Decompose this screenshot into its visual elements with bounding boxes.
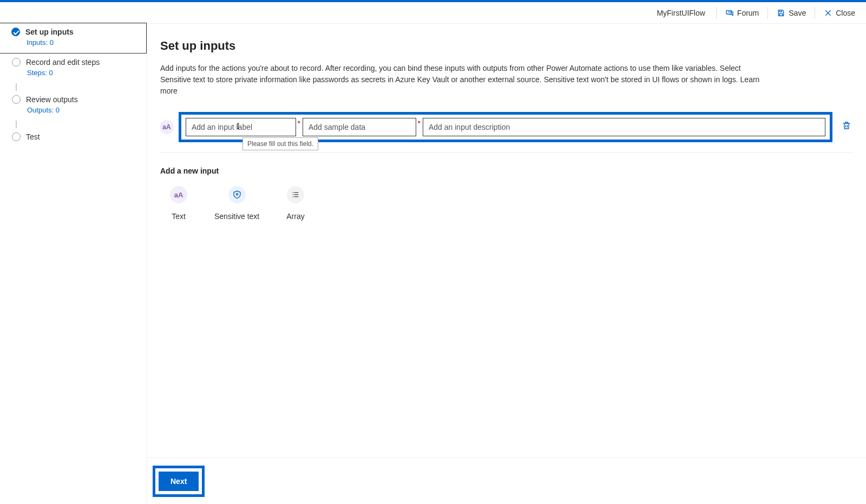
step-title-label: Record and edit steps — [26, 58, 100, 67]
separator — [815, 7, 815, 19]
list-icon — [287, 186, 304, 203]
step-record-edit[interactable]: Record and edit steps Steps: 0 — [0, 54, 147, 83]
step-sub-label: Inputs: 0 — [27, 38, 140, 47]
sample-data-field[interactable] — [303, 118, 416, 136]
input-type-sensitive[interactable]: Sensitive text — [214, 186, 259, 221]
input-type-label: Sensitive text — [214, 212, 259, 221]
svg-rect-2 — [780, 14, 783, 16]
required-asterisk: * — [418, 119, 421, 128]
shield-icon — [228, 186, 246, 203]
svg-rect-1 — [780, 10, 782, 11]
step-sub-label: Outputs: 0 — [27, 106, 140, 114]
input-label-field[interactable] — [186, 118, 296, 136]
forum-icon — [725, 9, 734, 17]
divider — [160, 152, 853, 152]
validation-tooltip: Please fill out this field. — [242, 137, 318, 150]
input-type-text[interactable]: aA Text — [170, 186, 187, 221]
input-type-selector: aA Text Sensitive text Array — [160, 186, 853, 221]
input-description-field[interactable] — [423, 118, 825, 136]
close-button[interactable]: Close — [818, 5, 861, 21]
next-button[interactable]: Next — [159, 472, 199, 491]
step-title-label: Set up inputs — [25, 28, 74, 36]
save-label: Save — [789, 9, 806, 17]
step-review-outputs[interactable]: Review outputs Outputs: 0 — [0, 91, 147, 121]
footer: Next — [147, 457, 866, 504]
step-connector — [16, 121, 17, 128]
topbar: MyFirstUIFlow Forum Save Close — [0, 2, 866, 24]
text-type-icon: aA — [170, 186, 187, 203]
flow-title: MyFirstUIFlow — [657, 9, 705, 17]
page-description: Add inputs for the actions you're about … — [160, 63, 772, 97]
delete-input-button[interactable] — [842, 120, 851, 133]
step-title-label: Test — [26, 132, 40, 141]
step-marker-complete-icon — [11, 28, 20, 36]
step-sub-label: Steps: 0 — [27, 69, 140, 77]
forum-button[interactable]: Forum — [720, 5, 764, 21]
page-title: Set up inputs — [160, 39, 853, 53]
trash-icon — [842, 120, 851, 131]
step-test[interactable]: Test — [0, 128, 147, 148]
save-icon — [777, 9, 785, 17]
step-marker-icon — [12, 95, 21, 104]
input-row: aA * Please fill out this field. * — [179, 112, 832, 142]
separator — [716, 7, 717, 19]
input-type-label: Array — [286, 212, 304, 221]
svg-rect-0 — [726, 10, 731, 14]
svg-point-3 — [236, 194, 238, 195]
separator — [767, 7, 768, 19]
input-type-label: Text — [172, 212, 186, 221]
forum-label: Forum — [737, 9, 759, 17]
next-button-highlight: Next — [153, 466, 205, 497]
close-label: Close — [836, 9, 855, 17]
main-content: Set up inputs Add inputs for the actions… — [147, 24, 866, 504]
step-connector — [16, 83, 17, 91]
step-setup-inputs[interactable]: Set up inputs Inputs: 0 — [0, 23, 147, 54]
step-marker-icon — [12, 58, 21, 67]
required-asterisk: * — [298, 119, 300, 128]
sidebar: Set up inputs Inputs: 0 Record and edit … — [0, 24, 147, 504]
add-new-input-title: Add a new input — [160, 167, 853, 175]
text-type-badge-icon: aA — [160, 120, 174, 134]
close-icon — [824, 9, 832, 17]
step-title-label: Review outputs — [26, 95, 78, 104]
save-button[interactable]: Save — [771, 5, 811, 21]
input-type-array[interactable]: Array — [286, 186, 304, 221]
step-marker-icon — [12, 132, 21, 141]
